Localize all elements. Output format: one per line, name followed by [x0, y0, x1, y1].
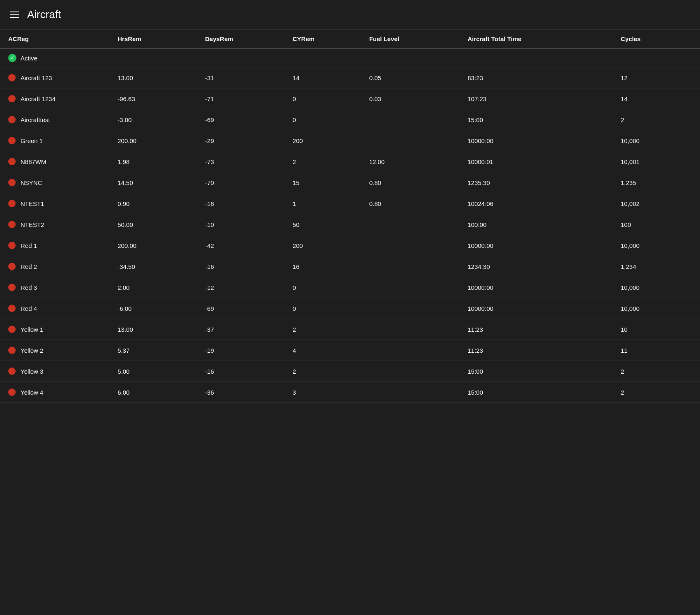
cell-daysrem: -16 [197, 256, 284, 277]
cell-fuel-level [361, 130, 460, 151]
table-row[interactable]: N887WM1.98-73212.0010000:0110,001 [0, 151, 700, 172]
table-row[interactable]: Yellow 25.37-19411:2311 [0, 340, 700, 361]
cell-cyrem: 2 [284, 361, 361, 382]
status-dot-red [8, 347, 16, 354]
table-row[interactable]: Green 1200.00-2920010000:0010,000 [0, 130, 700, 151]
col-header-cycles: Cycles [612, 30, 700, 49]
table-row[interactable]: NTEST250.00-1050100:00100 [0, 214, 700, 235]
cell-daysrem: -16 [197, 193, 284, 214]
cell-acreg: N887WM [0, 151, 109, 172]
table-row[interactable]: Red 4-6.00-69010000:0010,000 [0, 298, 700, 319]
cell-cycles: 100 [612, 214, 700, 235]
cell-hrsrem: 200.00 [109, 130, 197, 151]
page-title: Aircraft [27, 8, 61, 21]
status-dot-red [8, 179, 16, 186]
cell-cyrem: 16 [284, 256, 361, 277]
cell-cycles: 10,000 [612, 277, 700, 298]
status-dot-red [8, 284, 16, 291]
cell-acreg: Red 2 [0, 256, 109, 277]
ac-reg-value: Red 1 [21, 242, 37, 249]
status-dot-red [8, 116, 16, 123]
cell-aircraft-total-time: 15:00 [459, 382, 612, 403]
cell-cyrem: 200 [284, 130, 361, 151]
cell-cyrem: 0 [284, 277, 361, 298]
col-header-aircraft-total-time: Aircraft Total Time [459, 30, 612, 49]
cell-cyrem: 3 [284, 382, 361, 403]
cell-cyrem: 4 [284, 340, 361, 361]
table-row[interactable]: NTEST10.90-1610.8010024:0610,002 [0, 193, 700, 214]
cell-cyrem: 50 [284, 214, 361, 235]
cell-acreg: Red 4 [0, 298, 109, 319]
cell-daysrem: -19 [197, 340, 284, 361]
table-row[interactable]: NSYNC14.50-70150.801235:301,235 [0, 172, 700, 193]
col-header-hrsrem: HrsRem [109, 30, 197, 49]
cell-acreg: Yellow 4 [0, 382, 109, 403]
table-row[interactable]: Red 32.00-12010000:0010,000 [0, 277, 700, 298]
cell-fuel-level [361, 214, 460, 235]
ac-reg-value: N887WM [21, 158, 46, 165]
cell-cycles: 2 [612, 361, 700, 382]
cell-cycles: 1,235 [612, 172, 700, 193]
cell-hrsrem: 1.98 [109, 151, 197, 172]
table-row[interactable]: Yellow 46.00-36315:002 [0, 382, 700, 403]
table-row[interactable]: Yellow 35.00-16215:002 [0, 361, 700, 382]
cell-cycles: 11 [612, 340, 700, 361]
cell-hrsrem: 5.37 [109, 340, 197, 361]
ac-reg-value: Yellow 1 [21, 326, 43, 333]
cell-daysrem: -69 [197, 109, 284, 130]
cell-acreg: NSYNC [0, 172, 109, 193]
cell-cyrem: 2 [284, 151, 361, 172]
cell-hrsrem: 13.00 [109, 319, 197, 340]
cell-cycles: 1,234 [612, 256, 700, 277]
cell-aircraft-total-time: 10000:00 [459, 235, 612, 256]
cell-acreg: Yellow 3 [0, 361, 109, 382]
col-header-acreg: ACReg [0, 30, 109, 49]
col-header-cyrem: CYRem [284, 30, 361, 49]
cell-hrsrem: 0.90 [109, 193, 197, 214]
cell-fuel-level [361, 298, 460, 319]
table-row[interactable]: Red 1200.00-4220010000:0010,000 [0, 235, 700, 256]
cell-hrsrem: 14.50 [109, 172, 197, 193]
cell-aircraft-total-time: 10000:00 [459, 298, 612, 319]
status-dot-red [8, 368, 16, 375]
ac-reg-value: Red 3 [21, 284, 37, 291]
ac-reg-value: Green 1 [21, 137, 43, 144]
status-dot-red [8, 137, 16, 144]
hamburger-menu-button[interactable] [10, 12, 19, 18]
ac-reg-value: Aircrafttest [21, 116, 50, 123]
cell-daysrem: -69 [197, 298, 284, 319]
status-dot-red [8, 74, 16, 81]
cell-cycles: 10 [612, 319, 700, 340]
active-status-icon: ✓ [8, 54, 16, 62]
cell-hrsrem: 6.00 [109, 382, 197, 403]
table-row[interactable]: Aircraft 12313.00-31140.0583:2312 [0, 67, 700, 88]
cell-acreg: Green 1 [0, 130, 109, 151]
status-dot-red [8, 200, 16, 207]
table-row[interactable]: Aircrafttest-3.00-69015:002 [0, 109, 700, 130]
cell-cycles: 2 [612, 382, 700, 403]
cell-aircraft-total-time: 83:23 [459, 67, 612, 88]
cell-daysrem: -16 [197, 361, 284, 382]
cell-acreg: Aircraft 1234 [0, 88, 109, 109]
cell-fuel-level [361, 340, 460, 361]
table-row[interactable]: Aircraft 1234-96.63-7100.03107:2314 [0, 88, 700, 109]
cell-aircraft-total-time: 10000:00 [459, 130, 612, 151]
cell-cycles: 2 [612, 109, 700, 130]
cell-cyrem: 0 [284, 109, 361, 130]
cell-daysrem: -70 [197, 172, 284, 193]
cell-fuel-level: 0.05 [361, 67, 460, 88]
cell-cyrem: 15 [284, 172, 361, 193]
cell-cycles: 14 [612, 88, 700, 109]
table-row[interactable]: Red 2-34.50-16161234:301,234 [0, 256, 700, 277]
cell-aircraft-total-time: 1235:30 [459, 172, 612, 193]
cell-aircraft-total-time: 15:00 [459, 361, 612, 382]
cell-aircraft-total-time: 100:00 [459, 214, 612, 235]
cell-cycles: 12 [612, 67, 700, 88]
cell-acreg: Yellow 2 [0, 340, 109, 361]
cell-fuel-level [361, 361, 460, 382]
table-row[interactable]: Yellow 113.00-37211:2310 [0, 319, 700, 340]
cell-cycles: 10,001 [612, 151, 700, 172]
cell-cycles: 10,000 [612, 130, 700, 151]
status-dot-red [8, 242, 16, 249]
cell-acreg: Red 3 [0, 277, 109, 298]
